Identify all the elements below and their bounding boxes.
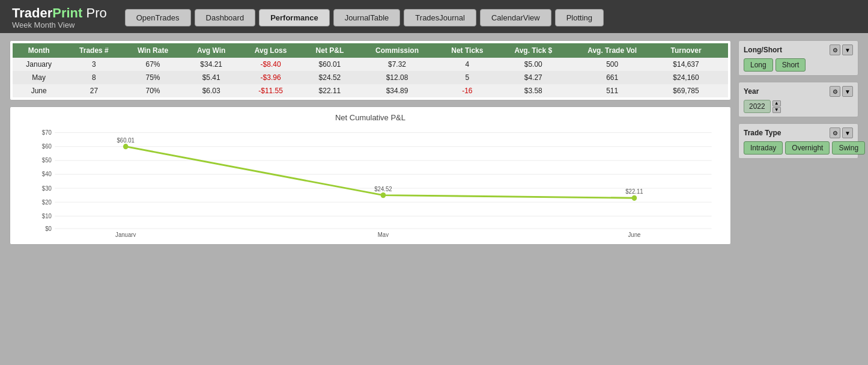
cell-winrate: 70% bbox=[123, 84, 183, 97]
year-value[interactable]: 2022 bbox=[744, 100, 771, 113]
nav-journaltable[interactable]: JournalTable bbox=[333, 9, 401, 26]
nav-bar: OpenTrades Dashboard Performance Journal… bbox=[125, 9, 604, 26]
cell-commission: $34.89 bbox=[358, 84, 437, 97]
cell-winrate: 67% bbox=[123, 58, 183, 71]
col-commission: Commission bbox=[358, 43, 437, 58]
svg-text:$24.52: $24.52 bbox=[374, 186, 392, 192]
tradetype-filter: Trade Type ⚙ ▼ Intraday Overnight Swing bbox=[738, 123, 858, 159]
logo-pro: Pro bbox=[82, 5, 106, 20]
logo: TraderPrint Pro bbox=[12, 6, 107, 20]
cell-avgloss: -$3.96 bbox=[240, 71, 302, 84]
col-avgwin: Avg Win bbox=[183, 43, 240, 58]
chart-svg: $70 $60 $50 $40 $30 $20 $10 $0 bbox=[16, 126, 724, 237]
col-avgvol: Avg. Trade Vol bbox=[568, 43, 656, 58]
cell-avgtick: $5.00 bbox=[498, 58, 568, 71]
svg-text:$60: $60 bbox=[42, 143, 52, 150]
cell-netpnl: $24.52 bbox=[302, 71, 357, 84]
cell-icon bbox=[716, 58, 728, 71]
cell-avgvol: 500 bbox=[568, 58, 656, 71]
svg-text:$30: $30 bbox=[42, 185, 52, 191]
cell-netticks: 4 bbox=[436, 58, 498, 71]
svg-text:June: June bbox=[628, 232, 641, 237]
nav-performance[interactable]: Performance bbox=[259, 9, 329, 26]
svg-text:$50: $50 bbox=[42, 157, 52, 164]
svg-text:January: January bbox=[115, 232, 136, 237]
chart-title: Net Cumulative P&L bbox=[16, 113, 724, 122]
cell-trades: 27 bbox=[65, 84, 123, 97]
year-up-arrow[interactable]: ▲ bbox=[772, 100, 781, 106]
cell-avgvol: 511 bbox=[568, 84, 656, 97]
nav-plotting[interactable]: Plotting bbox=[555, 9, 604, 26]
cell-turnover: $69,785 bbox=[656, 84, 716, 97]
cell-trades: 8 bbox=[65, 71, 123, 84]
tradetype-settings-icon[interactable]: ⚙ bbox=[830, 127, 840, 138]
cell-avgwin: $5.41 bbox=[183, 71, 240, 84]
longshort-settings-icon[interactable]: ⚙ bbox=[830, 44, 840, 55]
longshort-filter: Long/Short ⚙ ▼ Long Short bbox=[738, 40, 858, 76]
col-trades: Trades # bbox=[65, 43, 123, 58]
svg-text:$40: $40 bbox=[42, 171, 52, 177]
nav-calendarview[interactable]: CalendarView bbox=[480, 9, 551, 26]
cell-turnover: $24,160 bbox=[656, 71, 716, 84]
svg-text:$10: $10 bbox=[42, 213, 52, 219]
toggle-overnight[interactable]: Overnight bbox=[785, 141, 830, 155]
logo-block: TraderPrint Pro Week Month View bbox=[12, 6, 107, 29]
cell-netpnl: $60.01 bbox=[302, 58, 357, 71]
cell-avgloss: -$11.55 bbox=[240, 84, 302, 97]
performance-table: Month Trades # Win Rate Avg Win Avg Loss… bbox=[13, 43, 728, 97]
cell-avgvol: 661 bbox=[568, 71, 656, 84]
cell-avgtick: $4.27 bbox=[498, 71, 568, 84]
svg-point-18 bbox=[632, 195, 637, 201]
toggle-intraday[interactable]: Intraday bbox=[744, 141, 783, 155]
year-settings-icon[interactable]: ⚙ bbox=[830, 86, 840, 97]
year-down-arrow[interactable]: ▼ bbox=[772, 107, 781, 113]
col-avgtick: Avg. Tick $ bbox=[498, 43, 568, 58]
cell-netticks: -16 bbox=[436, 84, 498, 97]
nav-dashboard[interactable]: Dashboard bbox=[195, 9, 256, 26]
performance-table-container: Month Trades # Win Rate Avg Win Avg Loss… bbox=[10, 40, 731, 100]
longshort-icons: ⚙ ▼ bbox=[830, 44, 853, 55]
col-month: Month bbox=[13, 43, 65, 58]
toggle-long[interactable]: Long bbox=[744, 58, 773, 72]
cell-avgtick: $3.58 bbox=[498, 84, 568, 97]
table-header-row: Month Trades # Win Rate Avg Win Avg Loss… bbox=[13, 43, 728, 58]
year-filter-icon[interactable]: ▼ bbox=[842, 86, 853, 97]
logo-subtitle: Week Month View bbox=[12, 20, 107, 29]
year-label: Year bbox=[744, 87, 759, 96]
nav-opentrades[interactable]: OpenTrades bbox=[125, 9, 191, 26]
col-icon bbox=[716, 43, 728, 58]
svg-point-16 bbox=[123, 144, 129, 149]
col-winrate: Win Rate bbox=[123, 43, 183, 58]
longshort-filter-icon[interactable]: ▼ bbox=[842, 44, 853, 55]
cell-month: June bbox=[13, 84, 65, 97]
cell-icon bbox=[716, 71, 728, 84]
svg-text:$70: $70 bbox=[42, 129, 52, 136]
year-filter: Year ⚙ ▼ 2022 ▲ ▼ bbox=[738, 82, 858, 117]
toggle-short[interactable]: Short bbox=[775, 58, 806, 72]
cell-commission: $12.08 bbox=[358, 71, 437, 84]
tradetype-header: Trade Type ⚙ ▼ bbox=[744, 127, 853, 138]
table-row: May 8 75% $5.41 -$3.96 $24.52 $12.08 5 $… bbox=[13, 71, 728, 84]
year-select-wrap: 2022 ▲ ▼ bbox=[744, 100, 853, 113]
nav-tradesjournal[interactable]: TradesJournal bbox=[404, 9, 476, 26]
longshort-header: Long/Short ⚙ ▼ bbox=[744, 44, 853, 55]
header: TraderPrint Pro Week Month View OpenTrad… bbox=[0, 0, 868, 33]
logo-trader: Trader bbox=[12, 5, 52, 20]
cell-month: January bbox=[13, 58, 65, 71]
tradetype-icons: ⚙ ▼ bbox=[830, 127, 853, 138]
cell-commission: $7.32 bbox=[358, 58, 437, 71]
cell-avgwin: $34.21 bbox=[183, 58, 240, 71]
tradetype-label: Trade Type bbox=[744, 129, 781, 137]
svg-text:$22.11: $22.11 bbox=[625, 188, 643, 195]
tradetype-filter-icon[interactable]: ▼ bbox=[842, 127, 853, 138]
cell-avgloss: -$8.40 bbox=[240, 58, 302, 71]
cell-netpnl: $22.11 bbox=[302, 84, 357, 97]
cell-winrate: 75% bbox=[123, 71, 183, 84]
col-turnover: Turnover bbox=[656, 43, 716, 58]
table-row: June 27 70% $6.03 -$11.55 $22.11 $34.89 … bbox=[13, 84, 728, 97]
svg-text:$0: $0 bbox=[45, 225, 52, 232]
col-netpnl: Net P&L bbox=[302, 43, 357, 58]
toggle-swing[interactable]: Swing bbox=[832, 141, 865, 155]
cell-turnover: $14,637 bbox=[656, 58, 716, 71]
svg-text:May: May bbox=[378, 232, 389, 237]
